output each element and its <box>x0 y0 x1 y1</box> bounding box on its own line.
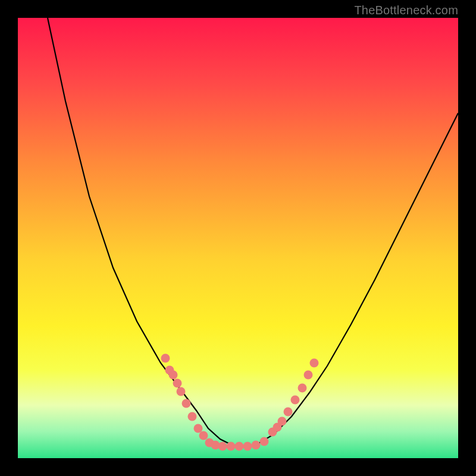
dots-layer <box>161 354 319 451</box>
data-point <box>182 399 191 408</box>
data-point <box>169 371 178 380</box>
data-point <box>177 387 186 396</box>
data-point <box>235 442 244 451</box>
data-point <box>218 442 227 451</box>
data-point <box>291 396 300 405</box>
data-point <box>304 371 313 380</box>
data-point <box>278 417 287 426</box>
data-point <box>173 379 182 388</box>
data-point <box>227 442 236 451</box>
data-point <box>298 384 307 393</box>
data-point <box>194 424 203 433</box>
main-curve <box>48 18 458 446</box>
chart-plot-area <box>18 18 458 458</box>
data-point <box>199 431 208 440</box>
chart-frame: TheBottleneck.com <box>0 0 476 476</box>
curve-layer <box>48 18 458 446</box>
data-point <box>252 441 261 450</box>
chart-svg <box>18 18 458 458</box>
data-point <box>260 437 269 446</box>
source-attribution: TheBottleneck.com <box>354 4 458 17</box>
data-point <box>284 408 293 416</box>
data-point <box>243 442 252 451</box>
data-point <box>188 412 197 421</box>
data-point <box>310 359 319 368</box>
data-point <box>161 354 170 363</box>
